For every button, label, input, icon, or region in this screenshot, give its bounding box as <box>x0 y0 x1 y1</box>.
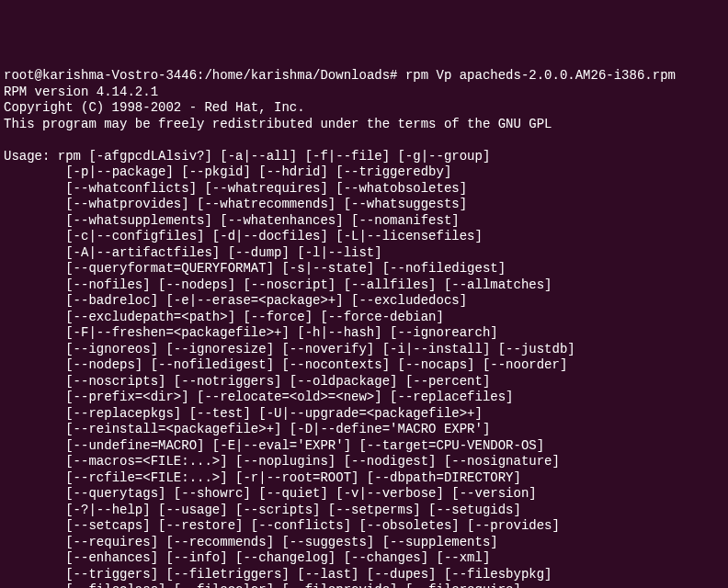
usage-line: [-F|--freshen=<packagefile>+] [-h|--hash… <box>65 325 497 340</box>
usage-line: [--badreloc] [-e|--erase=<package>+] [--… <box>65 293 467 308</box>
usage-line: [-?|--help] [--usage] [--scripts] [--set… <box>65 503 521 517</box>
license-line: This program may be freely redistributed… <box>4 117 552 131</box>
usage-line: [-c|--configfiles] [-d|--docfiles] [-L|-… <box>65 229 483 243</box>
usage-line: [--excludepath=<path>] [--force] [--forc… <box>65 310 444 324</box>
usage-line: [--fileclass] [--filecolor] [--fileprovi… <box>65 582 521 588</box>
usage-line: [--setcaps] [--restore] [--conflicts] [-… <box>65 518 560 533</box>
usage-line: [--enhances] [--info] [--changelog] [--c… <box>65 550 490 565</box>
usage-line: [--whatconflicts] [--whatrequires] [--wh… <box>65 181 467 196</box>
usage-line: [--nofiles] [--nodeps] [--noscript] [--a… <box>65 277 552 292</box>
usage-line: [--prefix=<dir>] [--relocate=<old>=<new>… <box>65 390 513 404</box>
version-line: RPM version 4.14.2.1 <box>4 85 158 99</box>
terminal-output: root@karishma-Vostro-3446:/home/karishma… <box>4 68 724 588</box>
usage-line: [--nodeps] [--nofiledigest] [--nocontext… <box>65 357 567 372</box>
usage-line: [--requires] [--recommends] [--suggests]… <box>65 535 497 549</box>
usage-line: [--replacepkgs] [--test] [-U|--upgrade=<… <box>65 406 483 421</box>
usage-line: [--ignoreos] [--ignoresize] [--noverify]… <box>65 342 575 356</box>
usage-line: [--triggers] [--filetriggers] [--last] [… <box>65 567 552 582</box>
usage-line: [--noscripts] [--notriggers] [--oldpacka… <box>65 374 490 389</box>
usage-line: [--queryformat=QUERYFORMAT] [-s|--state]… <box>65 261 506 276</box>
prompt-line-1: root@karishma-Vostro-3446:/home/karishma… <box>4 68 676 83</box>
usage-line: [--whatprovides] [--whatrecommends] [--w… <box>65 197 467 211</box>
command-text: rpm Vp apacheds-2.0.0.AM26-i386.rpm <box>397 68 675 83</box>
usage-line: rpm [-afgpcdLAlsiv?] [-a|--all] [-f|--fi… <box>58 149 490 164</box>
usage-line: [--whatsupplements] [--whatenhances] [--… <box>65 213 459 228</box>
user-host: root@karishma-Vostro-3446 <box>4 68 197 83</box>
usage-line: [--macros=<FILE:...>] [--noplugins] [--n… <box>65 454 560 469</box>
usage-line: [-A|--artifactfiles] [--dump] [-l|--list… <box>65 245 381 260</box>
usage-line: [--rcfile=<FILE:...>] [-r|--root=ROOT] [… <box>65 470 521 485</box>
usage-line: [--reinstall=<packagefile>+] [-D|--defin… <box>65 422 490 436</box>
prompt-path: :/home/karishma/Downloads# <box>197 68 397 83</box>
usage-line: [--undefine=MACRO] [-E|--eval='EXPR'] [-… <box>65 438 544 453</box>
copyright-line: Copyright (C) 1998-2002 - Red Hat, Inc. <box>4 100 305 115</box>
usage-line: [--querytags] [--showrc] [--quiet] [-v|-… <box>65 486 536 501</box>
usage-line: [-p|--package] [--pkgid] [--hdrid] [--tr… <box>65 164 451 179</box>
usage-label: Usage: <box>4 149 58 164</box>
